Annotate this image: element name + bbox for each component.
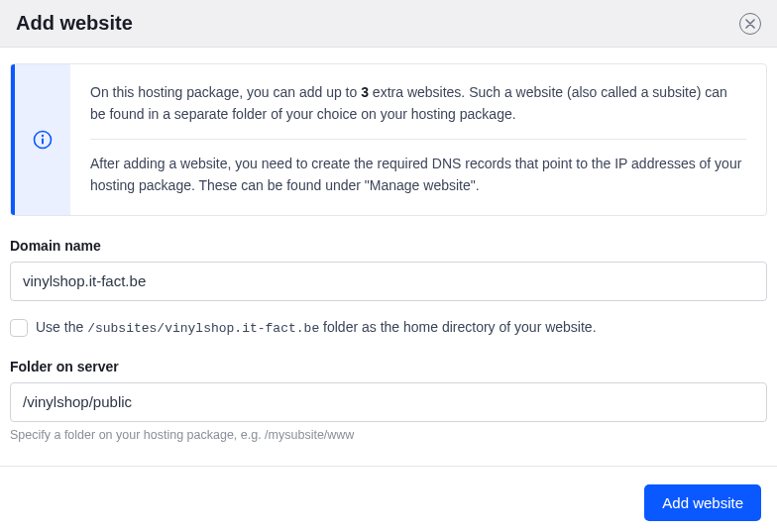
modal-content: On this hosting package, you can add up … — [0, 48, 777, 442]
info-paragraph-2: After adding a website, you need to crea… — [90, 154, 746, 196]
checkbox-text: folder as the home directory of your web… — [319, 319, 596, 335]
checkbox-label: Use the /subsites/vinylshop.it-fact.be f… — [36, 319, 597, 336]
info-text: On this hosting package, you can add up … — [90, 84, 361, 100]
folder-input[interactable] — [10, 382, 767, 422]
use-subsite-folder-row[interactable]: Use the /subsites/vinylshop.it-fact.be f… — [10, 319, 767, 337]
info-body: On this hosting package, you can add up … — [70, 64, 766, 215]
info-icon — [33, 130, 53, 150]
folder-helper: Specify a folder on your hosting package… — [10, 428, 767, 442]
folder-label: Folder on server — [10, 359, 767, 374]
domain-input[interactable] — [10, 262, 767, 301]
svg-point-1 — [42, 135, 44, 137]
checkbox-text: Use the — [36, 319, 87, 335]
page-title: Add website — [16, 12, 133, 35]
svg-rect-2 — [42, 138, 44, 144]
checkbox-path: /subsites/vinylshop.it-fact.be — [87, 321, 319, 336]
add-website-button[interactable]: Add website — [644, 484, 761, 521]
folder-field-group: Folder on server Specify a folder on you… — [10, 359, 767, 442]
use-subsite-folder-checkbox[interactable] — [10, 319, 28, 337]
info-paragraph-1: On this hosting package, you can add up … — [90, 82, 746, 125]
info-max-extra: 3 — [361, 84, 369, 100]
domain-label: Domain name — [10, 238, 767, 254]
info-divider — [90, 139, 746, 140]
info-icon-column — [15, 64, 70, 215]
close-icon — [745, 19, 755, 29]
modal-header: Add website — [0, 0, 777, 48]
close-button[interactable] — [739, 13, 761, 35]
info-banner: On this hosting package, you can add up … — [10, 63, 767, 216]
modal-footer: Add website — [0, 466, 777, 532]
domain-field-group: Domain name — [10, 238, 767, 301]
